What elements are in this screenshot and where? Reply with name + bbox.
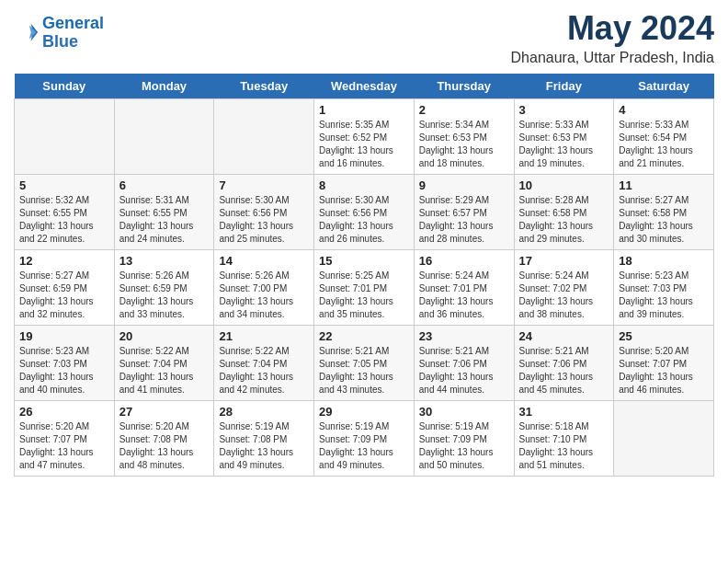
calendar-cell — [15, 99, 115, 175]
calendar-cell: 26Sunrise: 5:20 AM Sunset: 7:07 PM Dayli… — [15, 401, 115, 477]
day-number: 18 — [619, 254, 709, 268]
calendar-cell: 31Sunrise: 5:18 AM Sunset: 7:10 PM Dayli… — [514, 401, 614, 477]
day-number: 15 — [319, 254, 409, 268]
day-header-sunday: Sunday — [15, 74, 115, 99]
calendar-cell: 10Sunrise: 5:28 AM Sunset: 6:58 PM Dayli… — [514, 175, 614, 250]
calendar-cell: 14Sunrise: 5:26 AM Sunset: 7:00 PM Dayli… — [214, 250, 314, 326]
day-info: Sunrise: 5:27 AM Sunset: 6:59 PM Dayligh… — [19, 270, 109, 321]
title-area: May 2024 Dhanaura, Uttar Pradesh, India — [511, 9, 714, 66]
calendar-cell: 30Sunrise: 5:19 AM Sunset: 7:09 PM Dayli… — [414, 401, 514, 477]
week-row-5: 26Sunrise: 5:20 AM Sunset: 7:07 PM Dayli… — [15, 401, 714, 477]
day-info: Sunrise: 5:24 AM Sunset: 7:02 PM Dayligh… — [519, 270, 609, 321]
calendar-cell — [114, 99, 214, 175]
calendar-cell: 20Sunrise: 5:22 AM Sunset: 7:04 PM Dayli… — [114, 326, 214, 401]
day-number: 1 — [319, 103, 409, 117]
calendar-cell: 2Sunrise: 5:34 AM Sunset: 6:53 PM Daylig… — [414, 99, 514, 175]
day-info: Sunrise: 5:21 AM Sunset: 7:05 PM Dayligh… — [319, 345, 409, 396]
day-number: 2 — [419, 103, 509, 117]
calendar-cell: 27Sunrise: 5:20 AM Sunset: 7:08 PM Dayli… — [114, 401, 214, 477]
day-number: 7 — [219, 178, 309, 192]
day-info: Sunrise: 5:34 AM Sunset: 6:53 PM Dayligh… — [419, 119, 509, 170]
day-header-tuesday: Tuesday — [214, 74, 314, 99]
day-number: 26 — [19, 405, 109, 419]
calendar-cell: 7Sunrise: 5:30 AM Sunset: 6:56 PM Daylig… — [214, 175, 314, 250]
day-number: 4 — [619, 103, 709, 117]
day-number: 20 — [119, 329, 210, 343]
calendar-cell: 11Sunrise: 5:27 AM Sunset: 6:58 PM Dayli… — [614, 175, 714, 250]
logo-line1: General — [42, 14, 104, 32]
day-info: Sunrise: 5:28 AM Sunset: 6:58 PM Dayligh… — [519, 194, 609, 246]
calendar-cell: 4Sunrise: 5:33 AM Sunset: 6:54 PM Daylig… — [614, 99, 714, 175]
day-number: 6 — [119, 178, 210, 192]
calendar-cell: 17Sunrise: 5:24 AM Sunset: 7:02 PM Dayli… — [514, 250, 614, 326]
week-row-1: 1Sunrise: 5:35 AM Sunset: 6:52 PM Daylig… — [15, 99, 714, 175]
day-number: 21 — [219, 329, 309, 343]
day-info: Sunrise: 5:31 AM Sunset: 6:55 PM Dayligh… — [119, 194, 210, 246]
day-header-monday: Monday — [114, 74, 214, 99]
day-number: 5 — [19, 178, 109, 192]
day-number: 11 — [619, 178, 709, 192]
day-info: Sunrise: 5:33 AM Sunset: 6:53 PM Dayligh… — [519, 119, 609, 170]
calendar-cell: 5Sunrise: 5:32 AM Sunset: 6:55 PM Daylig… — [15, 175, 115, 250]
logo: General Blue — [14, 15, 104, 52]
day-info: Sunrise: 5:29 AM Sunset: 6:57 PM Dayligh… — [419, 194, 509, 246]
week-row-4: 19Sunrise: 5:23 AM Sunset: 7:03 PM Dayli… — [15, 326, 714, 401]
day-number: 8 — [319, 178, 409, 192]
calendar-cell: 25Sunrise: 5:20 AM Sunset: 7:07 PM Dayli… — [614, 326, 714, 401]
day-number: 17 — [519, 254, 609, 268]
calendar-cell: 6Sunrise: 5:31 AM Sunset: 6:55 PM Daylig… — [114, 175, 214, 250]
day-info: Sunrise: 5:19 AM Sunset: 7:09 PM Dayligh… — [319, 420, 409, 472]
calendar-cell: 28Sunrise: 5:19 AM Sunset: 7:08 PM Dayli… — [214, 401, 314, 477]
calendar-cell: 23Sunrise: 5:21 AM Sunset: 7:06 PM Dayli… — [414, 326, 514, 401]
day-info: Sunrise: 5:23 AM Sunset: 7:03 PM Dayligh… — [19, 345, 109, 396]
day-info: Sunrise: 5:19 AM Sunset: 7:09 PM Dayligh… — [419, 420, 509, 472]
day-info: Sunrise: 5:20 AM Sunset: 7:07 PM Dayligh… — [19, 420, 109, 472]
day-info: Sunrise: 5:22 AM Sunset: 7:04 PM Dayligh… — [119, 345, 210, 396]
day-number: 9 — [419, 178, 509, 192]
day-header-wednesday: Wednesday — [314, 74, 415, 99]
day-info: Sunrise: 5:26 AM Sunset: 6:59 PM Dayligh… — [119, 270, 210, 321]
calendar-cell: 3Sunrise: 5:33 AM Sunset: 6:53 PM Daylig… — [514, 99, 614, 175]
day-number: 10 — [519, 178, 609, 192]
day-info: Sunrise: 5:23 AM Sunset: 7:03 PM Dayligh… — [619, 270, 709, 321]
day-number: 3 — [519, 103, 609, 117]
calendar-cell: 29Sunrise: 5:19 AM Sunset: 7:09 PM Dayli… — [314, 401, 415, 477]
day-info: Sunrise: 5:25 AM Sunset: 7:01 PM Dayligh… — [319, 270, 409, 321]
day-info: Sunrise: 5:19 AM Sunset: 7:08 PM Dayligh… — [219, 420, 309, 472]
calendar-cell: 24Sunrise: 5:21 AM Sunset: 7:06 PM Dayli… — [514, 326, 614, 401]
day-number: 31 — [519, 405, 609, 419]
day-info: Sunrise: 5:35 AM Sunset: 6:52 PM Dayligh… — [319, 119, 409, 170]
day-info: Sunrise: 5:27 AM Sunset: 6:58 PM Dayligh… — [619, 194, 709, 246]
day-header-friday: Friday — [514, 74, 614, 99]
calendar-cell — [214, 99, 314, 175]
day-number: 13 — [119, 254, 210, 268]
day-number: 12 — [19, 254, 109, 268]
calendar-table: SundayMondayTuesdayWednesdayThursdayFrid… — [14, 74, 714, 477]
day-number: 30 — [419, 405, 509, 419]
days-header-row: SundayMondayTuesdayWednesdayThursdayFrid… — [15, 74, 714, 99]
day-info: Sunrise: 5:24 AM Sunset: 7:01 PM Dayligh… — [419, 270, 509, 321]
calendar-cell: 16Sunrise: 5:24 AM Sunset: 7:01 PM Dayli… — [414, 250, 514, 326]
logo-text: General Blue — [42, 15, 104, 52]
day-number: 27 — [119, 405, 210, 419]
day-number: 23 — [419, 329, 509, 343]
day-number: 24 — [519, 329, 609, 343]
calendar-cell: 19Sunrise: 5:23 AM Sunset: 7:03 PM Dayli… — [15, 326, 115, 401]
subtitle: Dhanaura, Uttar Pradesh, India — [511, 50, 714, 66]
day-info: Sunrise: 5:21 AM Sunset: 7:06 PM Dayligh… — [519, 345, 609, 396]
day-info: Sunrise: 5:30 AM Sunset: 6:56 PM Dayligh… — [219, 194, 309, 246]
day-info: Sunrise: 5:21 AM Sunset: 7:06 PM Dayligh… — [419, 345, 509, 396]
main-title: May 2024 — [511, 9, 714, 48]
day-number: 28 — [219, 405, 309, 419]
day-info: Sunrise: 5:20 AM Sunset: 7:07 PM Dayligh… — [619, 345, 709, 396]
day-info: Sunrise: 5:33 AM Sunset: 6:54 PM Dayligh… — [619, 119, 709, 170]
day-header-saturday: Saturday — [614, 74, 714, 99]
calendar-cell: 18Sunrise: 5:23 AM Sunset: 7:03 PM Dayli… — [614, 250, 714, 326]
calendar-cell: 12Sunrise: 5:27 AM Sunset: 6:59 PM Dayli… — [15, 250, 115, 326]
day-number: 29 — [319, 405, 409, 419]
day-info: Sunrise: 5:32 AM Sunset: 6:55 PM Dayligh… — [19, 194, 109, 246]
week-row-2: 5Sunrise: 5:32 AM Sunset: 6:55 PM Daylig… — [15, 175, 714, 250]
calendar-cell: 9Sunrise: 5:29 AM Sunset: 6:57 PM Daylig… — [414, 175, 514, 250]
day-number: 25 — [619, 329, 709, 343]
day-number: 22 — [319, 329, 409, 343]
